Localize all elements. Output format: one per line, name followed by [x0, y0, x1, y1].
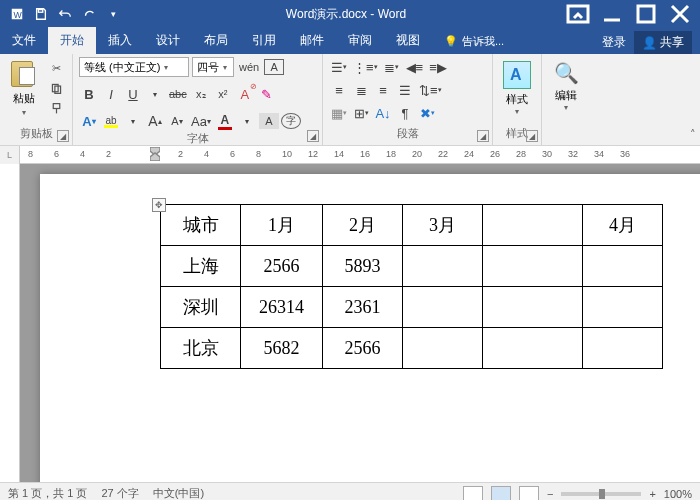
enclose-char-icon[interactable]: 字: [281, 113, 301, 129]
tab-file[interactable]: 文件: [0, 27, 48, 54]
table-cell[interactable]: 4月: [583, 205, 663, 246]
borders-icon[interactable]: ⊞▾: [351, 103, 371, 123]
tab-selector[interactable]: L: [0, 146, 20, 164]
align-center-icon[interactable]: ≣: [351, 80, 371, 100]
multilevel-icon[interactable]: ≣▾: [382, 57, 402, 77]
highlight-icon[interactable]: ab: [101, 111, 121, 131]
table-cell[interactable]: [483, 328, 583, 369]
copy-icon[interactable]: [46, 79, 66, 97]
align-right-icon[interactable]: ≡: [373, 80, 393, 100]
table-cell[interactable]: 5682: [241, 328, 323, 369]
text-effects-icon[interactable]: A▾: [79, 111, 99, 131]
tab-home[interactable]: 开始: [48, 27, 96, 54]
share-button[interactable]: 👤共享: [634, 31, 692, 54]
show-marks-icon[interactable]: ¶: [395, 103, 415, 123]
table-cell[interactable]: [403, 328, 483, 369]
font-size-dropdown[interactable]: 四号▾: [192, 57, 234, 77]
justify-icon[interactable]: ☰: [395, 80, 415, 100]
data-table[interactable]: 城市 1月 2月 3月 4月 上海 2566 5893 深圳: [160, 204, 663, 369]
page-indicator[interactable]: 第 1 页，共 1 页: [8, 486, 87, 500]
table-cell[interactable]: [583, 328, 663, 369]
table-cell[interactable]: 2566: [241, 246, 323, 287]
table-cell[interactable]: 2月: [323, 205, 403, 246]
word-count[interactable]: 27 个字: [101, 486, 138, 500]
font-color-icon[interactable]: A: [215, 111, 235, 131]
bold-button[interactable]: B: [79, 84, 99, 104]
char-shading-icon[interactable]: A: [259, 113, 279, 129]
styles-launcher-icon[interactable]: ◢: [526, 130, 538, 142]
superscript-button[interactable]: x²: [213, 84, 233, 104]
align-left-icon[interactable]: ≡: [329, 80, 349, 100]
sort-icon[interactable]: A↓: [373, 103, 393, 123]
table-cell[interactable]: 2361: [323, 287, 403, 328]
cut-icon[interactable]: ✂: [46, 59, 66, 77]
snap-grid-icon[interactable]: ✖▾: [417, 103, 437, 123]
horizontal-ruler[interactable]: L 8 6 4 2 2 4 6 8 10 12 14 16 18 20 22 2…: [0, 146, 700, 164]
table-cell[interactable]: [483, 205, 583, 246]
language-indicator[interactable]: 中文(中国): [153, 486, 204, 500]
table-cell[interactable]: 深圳: [161, 287, 241, 328]
tab-review[interactable]: 审阅: [336, 27, 384, 54]
tab-view[interactable]: 视图: [384, 27, 432, 54]
table-cell[interactable]: [403, 246, 483, 287]
collapse-ribbon-icon[interactable]: ˄: [690, 128, 696, 141]
vertical-ruler[interactable]: [0, 164, 20, 482]
table-cell[interactable]: [483, 287, 583, 328]
increase-indent-icon[interactable]: ≡▶: [427, 57, 449, 77]
maximize-icon[interactable]: [630, 3, 662, 25]
char-border-icon[interactable]: A: [264, 59, 284, 75]
table-cell[interactable]: [583, 246, 663, 287]
shading-icon[interactable]: ▦▾: [329, 103, 349, 123]
shrink-font-icon[interactable]: A▾: [167, 111, 187, 131]
subscript-button[interactable]: x₂: [191, 84, 211, 104]
table-cell[interactable]: 1月: [241, 205, 323, 246]
table-cell[interactable]: 城市: [161, 205, 241, 246]
zoom-level[interactable]: 100%: [664, 488, 692, 500]
table-cell[interactable]: [403, 287, 483, 328]
edit-button[interactable]: 🔍 编辑 ▾: [548, 57, 584, 143]
tab-mailings[interactable]: 邮件: [288, 27, 336, 54]
zoom-in-button[interactable]: +: [649, 488, 655, 500]
strikethrough-button[interactable]: abc: [167, 84, 189, 104]
phonetic-guide-icon[interactable]: wén: [237, 57, 261, 77]
grow-font-icon[interactable]: A▴: [145, 111, 165, 131]
italic-button[interactable]: I: [101, 84, 121, 104]
close-icon[interactable]: [664, 3, 696, 25]
table-cell[interactable]: 26314: [241, 287, 323, 328]
undo-icon[interactable]: [54, 3, 76, 25]
ribbon-options-icon[interactable]: [562, 3, 594, 25]
table-cell[interactable]: 3月: [403, 205, 483, 246]
login-link[interactable]: 登录: [602, 34, 626, 51]
clipboard-launcher-icon[interactable]: ◢: [57, 130, 69, 142]
font-launcher-icon[interactable]: ◢: [307, 130, 319, 142]
zoom-slider[interactable]: [561, 492, 641, 496]
print-layout-icon[interactable]: [491, 486, 511, 501]
paste-button[interactable]: 粘贴 ▾: [6, 57, 42, 126]
qat-customize-icon[interactable]: ▾: [102, 3, 124, 25]
document-page[interactable]: ✥ 城市 1月 2月 3月 4月 上海 2566 5893: [40, 174, 700, 482]
font-name-dropdown[interactable]: 等线 (中文正文)▾: [79, 57, 189, 77]
table-cell[interactable]: [583, 287, 663, 328]
decrease-indent-icon[interactable]: ◀≡: [404, 57, 426, 77]
table-cell[interactable]: 上海: [161, 246, 241, 287]
line-spacing-icon[interactable]: ⇅≡▾: [417, 80, 444, 100]
read-mode-icon[interactable]: [463, 486, 483, 501]
zoom-out-button[interactable]: −: [547, 488, 553, 500]
tab-insert[interactable]: 插入: [96, 27, 144, 54]
tab-references[interactable]: 引用: [240, 27, 288, 54]
table-cell[interactable]: 5893: [323, 246, 403, 287]
underline-button[interactable]: U: [123, 84, 143, 104]
clear-format-icon[interactable]: A⊘: [235, 84, 255, 104]
redo-icon[interactable]: [78, 3, 100, 25]
change-case-icon[interactable]: Aa▾: [189, 111, 213, 131]
table-cell[interactable]: 北京: [161, 328, 241, 369]
bullets-icon[interactable]: ☰▾: [329, 57, 349, 77]
indent-marker-icon[interactable]: [150, 147, 160, 163]
save-icon[interactable]: [30, 3, 52, 25]
format-painter-icon[interactable]: [46, 99, 66, 117]
tab-design[interactable]: 设计: [144, 27, 192, 54]
minimize-icon[interactable]: [596, 3, 628, 25]
numbering-icon[interactable]: ⋮≡▾: [351, 57, 380, 77]
web-layout-icon[interactable]: [519, 486, 539, 501]
tab-layout[interactable]: 布局: [192, 27, 240, 54]
